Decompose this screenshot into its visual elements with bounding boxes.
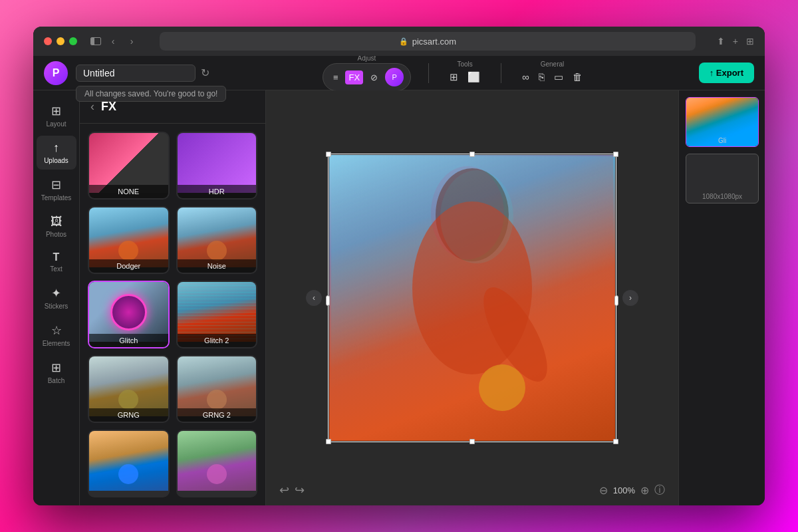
sidebar-item-label: Text <box>50 265 62 273</box>
fx-grid: NONE HDR Dodger <box>80 124 265 505</box>
minimize-button[interactable] <box>57 37 65 45</box>
canvas-bottom-controls: ↩ ↪ ⊖ 100% ⊕ ⓘ <box>266 483 678 497</box>
forward-nav-button[interactable]: › <box>125 36 138 47</box>
fx-thumb-noise <box>178 207 257 267</box>
adjust-toolbar: ≡ FX ⊘ P <box>323 63 411 91</box>
grng2-preview <box>178 356 257 416</box>
fx-thumb-dodger <box>89 207 168 267</box>
fx-item-noise[interactable]: Noise <box>176 206 258 274</box>
sidebar-item-label: Uploads <box>44 157 68 164</box>
sliders-icon[interactable]: ≡ <box>330 70 342 84</box>
canvas-area[interactable]: ‹ › ↩ ↪ ⊖ 100% ⊕ ⓘ <box>266 90 678 505</box>
doc-title-input[interactable] <box>76 65 196 82</box>
fx-thumb-glitch2 <box>178 282 257 342</box>
toolbar-divider-1 <box>428 63 429 83</box>
grid-icon[interactable]: ⊞ <box>746 36 754 47</box>
layer-thumb-active[interactable]: Gli <box>686 97 759 147</box>
export-button[interactable]: ↑ Export <box>699 63 754 83</box>
hdr-preview <box>178 133 257 193</box>
photos-icon: 🖼 <box>51 215 63 229</box>
fx-label-hdr: HDR <box>178 185 257 198</box>
canvas-container: ‹ › <box>329 155 615 441</box>
fx-item-none[interactable]: NONE <box>88 132 170 200</box>
glitch-circle <box>110 294 147 331</box>
link-icon[interactable]: ∞ <box>519 69 533 85</box>
layer-thumb-blank[interactable]: 1080x1080px <box>686 154 759 203</box>
sidebar-item-uploads[interactable]: ↑ Uploads <box>37 136 76 170</box>
fx-item-grng[interactable]: ▶ GRNG <box>88 355 170 423</box>
sidebar-item-text[interactable]: T Text <box>37 246 76 278</box>
expand-left-button[interactable]: ‹ <box>306 290 322 306</box>
fx-back-button[interactable]: ‹ <box>90 100 94 114</box>
user-avatar: P <box>385 68 404 86</box>
zoom-controls: ⊖ 100% ⊕ ⓘ <box>599 483 665 497</box>
sidebar-item-label: Templates <box>41 194 72 201</box>
duplicate-icon[interactable]: ▭ <box>551 69 567 85</box>
stickers-icon: ✦ <box>51 286 61 301</box>
adjust-group-label: Adjust <box>358 56 376 62</box>
address-bar[interactable]: 🔒 picsart.com <box>160 32 696 51</box>
lock-icon: 🔒 <box>399 37 408 46</box>
sidebar-item-layout[interactable]: ⊞ Layout <box>37 98 76 133</box>
fx-item-row5-1[interactable]: ▶ <box>88 430 170 497</box>
tools-buttons: ⊞ ⬜ <box>446 69 483 85</box>
fx-thumb-grng2 <box>178 356 257 416</box>
expand-right-button[interactable]: › <box>622 290 638 306</box>
layout-icon: ⊞ <box>51 104 61 118</box>
crop-icon[interactable]: ⬜ <box>464 69 483 85</box>
fx-item-grng2[interactable]: ▶ GRNG 2 <box>176 355 258 423</box>
back-nav-button[interactable]: ‹ <box>106 36 120 47</box>
fx-icon[interactable]: FX <box>345 70 363 84</box>
r51-preview <box>89 431 168 491</box>
fx-thumb-grng <box>89 356 168 416</box>
sidebar-item-stickers[interactable]: ✦ Stickers <box>37 281 76 315</box>
uploads-icon: ↑ <box>53 141 59 155</box>
zoom-in-button[interactable]: ⊕ <box>640 484 649 497</box>
undo-button[interactable]: ↩ <box>279 483 289 497</box>
fx-item-dodger[interactable]: Dodger <box>88 206 170 274</box>
mask-icon[interactable]: ⊘ <box>367 70 381 84</box>
sidebar-item-batch[interactable]: ⊞ Batch <box>37 355 76 390</box>
fx-label-noise: Noise <box>178 259 257 273</box>
fx-item-glitch2[interactable]: ▶ Glitch 2 <box>176 281 258 348</box>
toolbar-divider-2 <box>501 63 501 83</box>
elements-icon: ☆ <box>51 323 62 338</box>
doc-title-area: ↻ All changes saved. You're good to go! <box>76 65 209 82</box>
sync-icon[interactable]: ↻ <box>201 66 209 79</box>
sidebar-toggle-icon[interactable] <box>90 37 101 45</box>
fx-item-hdr[interactable]: HDR <box>176 132 258 200</box>
fx-panel: ‹ FX NONE <box>80 90 266 505</box>
grng-preview <box>89 356 168 416</box>
close-button[interactable] <box>44 37 52 45</box>
app-content: P ↻ All changes saved. You're good to go… <box>33 56 765 505</box>
help-button[interactable]: ⓘ <box>654 483 665 497</box>
copy-icon[interactable]: ⎘ <box>535 69 548 85</box>
address-url: picsart.com <box>412 37 456 47</box>
general-group-label: General <box>541 61 565 68</box>
fx-label-glitch: Glitch <box>89 334 168 347</box>
maximize-button[interactable] <box>69 37 77 45</box>
zoom-out-button[interactable]: ⊖ <box>599 484 608 497</box>
fx-item-row5-2[interactable]: ▶ <box>176 430 258 497</box>
sidebar-item-label: Stickers <box>45 303 68 310</box>
sidebar-item-elements[interactable]: ☆ Elements <box>37 318 76 352</box>
fx-item-glitch[interactable]: ▶ Glitch <box>88 281 170 348</box>
glitch-cyan-layer <box>331 156 615 441</box>
sidebar-item-templates[interactable]: ⊟ Templates <box>37 172 76 207</box>
share-icon[interactable]: ⬆ <box>717 36 725 47</box>
top-toolbar: P ↻ All changes saved. You're good to go… <box>33 56 765 90</box>
none-preview <box>89 133 168 193</box>
fx-label-none: NONE <box>89 185 168 198</box>
canvas-image <box>329 155 615 441</box>
sidebar-item-photos[interactable]: 🖼 Photos <box>37 209 76 243</box>
fx-label-dodger: Dodger <box>89 259 168 273</box>
noise-preview <box>178 207 257 267</box>
r52-preview <box>178 431 257 491</box>
traffic-lights <box>44 37 77 45</box>
new-tab-icon[interactable]: + <box>733 36 738 47</box>
crop-grid-icon[interactable]: ⊞ <box>446 69 462 85</box>
sidebar-item-label: Batch <box>48 377 65 384</box>
browser-chrome: ‹ › 🔒 picsart.com ⬆ + ⊞ <box>33 27 765 56</box>
trash-icon[interactable]: 🗑 <box>569 69 586 85</box>
redo-button[interactable]: ↪ <box>295 483 305 497</box>
